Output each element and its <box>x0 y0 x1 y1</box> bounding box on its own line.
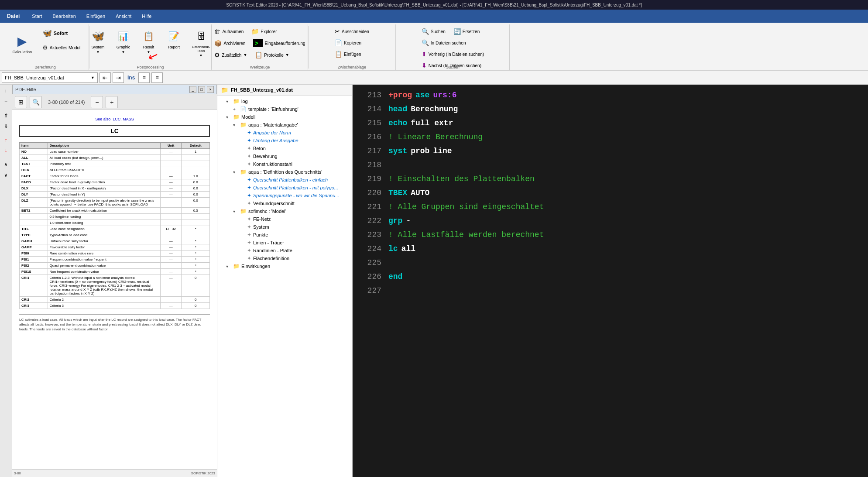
tree-item-template-einfuehrung[interactable]: + 📄 template : 'Einfuehrung' <box>217 105 352 113</box>
pdf-search-button[interactable]: 🔍 <box>30 96 42 108</box>
side-icon-chevron-up[interactable]: ∧ <box>1 160 11 169</box>
ersetzen-icon: 🔄 <box>453 28 461 35</box>
tree-item-angabe-der-norm[interactable]: ✦ Angabe der Norm <box>217 129 352 137</box>
tree-item-umfang-der-ausgabe[interactable]: ✦ Umfang der Ausgabe <box>217 137 352 144</box>
protokolle-button[interactable]: 📋 Protokolle ▼ <box>252 50 292 60</box>
result-button[interactable]: 📋 Result ▼ <box>137 26 161 56</box>
zusaetzlich-button[interactable]: ⚙ Zusätzlich ▼ <box>211 50 250 60</box>
code-editor[interactable]: 213+prog ase urs:6214head Berechnung215e… <box>353 85 868 477</box>
ersetzen-button[interactable]: 🔄 Ersetzen <box>450 26 483 37</box>
kopieren-button[interactable]: 📄 Kopieren <box>332 38 372 48</box>
explorer-button[interactable]: 📁 Explorer <box>248 26 280 37</box>
pdf-restore-button[interactable]: □ <box>198 86 205 93</box>
tree-item-konstruktionsstahl[interactable]: ✦ Konstruktionsstahl <box>217 160 352 168</box>
side-icon-indent-up[interactable]: ⇑ <box>1 111 11 120</box>
tree-item-flaechendefinition[interactable]: ✦ Flächendefinition <box>217 254 352 262</box>
indent-right-button[interactable]: ⇥ <box>113 72 124 83</box>
calculation-button[interactable]: ▶ Calculation <box>7 26 38 61</box>
aufraeumen-button[interactable]: 🗑 Aufräumen <box>211 26 247 37</box>
vorherig-button[interactable]: ⬆ Vorherig (In Dateien suchen) <box>419 49 487 59</box>
indent-left-button[interactable]: ⇤ <box>99 72 111 83</box>
tree-item-spannungspunkte[interactable]: ✦ Spannungspunkte - wo wir die Spannu... <box>217 192 352 199</box>
menu-datei[interactable]: Datei <box>0 10 27 23</box>
suchen-icon: 🔍 <box>422 28 429 35</box>
ausschneiden-button[interactable]: ✂ Ausschneiden <box>332 26 372 37</box>
menu-bearbeiten[interactable]: Bearbeiten <box>48 10 81 23</box>
pdf-zoom-out-button[interactable]: − <box>91 96 103 108</box>
pdf-cell-desc: 1.0 short-time loading <box>48 220 160 226</box>
tree-expand-icon: ▾ <box>226 99 231 104</box>
pdf-table-row: GAMU Unfavourable salty factor — * <box>20 238 210 244</box>
tree-file-icon: 📁 <box>240 122 247 128</box>
side-icon-plus-top[interactable]: + <box>1 86 11 96</box>
pdf-content[interactable]: See also: LCC, MASS LC Item Description … <box>12 110 217 469</box>
tree-item-sofimshc-model[interactable]: ▾ 📁 sofimshc : 'Model' <box>217 207 352 215</box>
pdf-cell-default: 1.0 <box>182 173 210 179</box>
side-icon-arrow-down[interactable]: ↓ <box>1 146 11 155</box>
graphic-button[interactable]: 📊 Graphic ▼ <box>111 26 136 56</box>
tree-item-beton[interactable]: ✦ Beton <box>217 144 352 152</box>
side-icon-chevron-down[interactable]: ∨ <box>1 170 11 180</box>
suchen-button[interactable]: 🔍 Suchen <box>419 26 449 37</box>
tree-item-log[interactable]: ▾ 📁 log <box>217 97 352 105</box>
ribbon: ↙ ▶ Calculation 🦋 Sofort ⚙ Aktuelles Mod… <box>0 23 868 71</box>
code-line-225: 225 <box>360 256 861 270</box>
align-right-button[interactable]: ≡ <box>151 72 163 83</box>
tree-header: 📁 FH_SBB_Unterzug_v01.dat <box>217 85 352 96</box>
pdf-zoom-in-button[interactable]: + <box>106 96 118 108</box>
aktuelles-modul-label: Aktuelles Modul <box>50 45 81 50</box>
system-button[interactable]: 🦋 System ▼ <box>86 26 110 56</box>
code-token: urs:6 <box>433 88 456 102</box>
tree-item-system[interactable]: ✦ System <box>217 223 352 231</box>
pdf-table-title: LC <box>19 125 210 137</box>
side-icon-indent-down[interactable]: ⇓ <box>1 121 11 131</box>
explorer-label: Explorer <box>261 29 277 34</box>
pdf-cell-desc: Factor for all loads <box>48 173 160 179</box>
side-icon-arrow-up[interactable]: ↑ <box>1 135 11 145</box>
tree-item-bewehrung[interactable]: ✦ Bewehrung <box>217 152 352 160</box>
tree-item-randlinien-platte[interactable]: ✦ Randlinien - Platte <box>217 247 352 254</box>
pdf-cell-unit: — <box>160 244 181 251</box>
eingabeaufforderung-button[interactable]: >_ Eingabeaufforderung <box>250 38 308 49</box>
tree-content[interactable]: ▾ 📁 log + 📄 template : 'Einfuehrung' ▾ 📁… <box>217 96 352 477</box>
file-dropdown[interactable]: FH_SBB_Unterzug_v01.dat ▼ <box>2 72 98 83</box>
report-button[interactable]: 📝 Report <box>162 26 186 51</box>
menu-einfuegen[interactable]: Einfügen <box>81 10 110 23</box>
pdf-cell-default: * <box>182 251 210 257</box>
menu-start[interactable]: Start <box>27 10 47 23</box>
align-left-button[interactable]: ≡ <box>138 72 150 83</box>
archivieren-button[interactable]: 📦 Archivieren <box>211 38 248 49</box>
vorherig-icon: ⬆ <box>422 51 427 58</box>
tree-item-einwirkungen[interactable]: ▾ 📁 Einwirkungen <box>217 262 352 270</box>
code-line-217: 217syst prob line <box>360 144 861 158</box>
tree-item-linien-traeger[interactable]: ✦ Linien - Träger <box>217 239 352 247</box>
in-dateien-suchen-button[interactable]: 🔍 In Dateien suchen <box>419 38 469 48</box>
tree-item-fe-netz[interactable]: ✦ FE-Netz <box>217 215 352 223</box>
eingabeaufforderung-label: Eingabeaufforderung <box>264 41 305 46</box>
pdf-cell-item: PSI1 <box>20 257 48 263</box>
tree-item-querschnitt-polygon[interactable]: ✦ Querschnitt Plattenbalken - mit polygo… <box>217 184 352 192</box>
tree-item-label: Verbundquerschnitt <box>253 201 295 206</box>
menu-ansicht[interactable]: Ansicht <box>110 10 137 23</box>
datenbank-tools-button[interactable]: 🗄 Datenbank-Tools ▼ <box>187 26 215 60</box>
tree-item-aqua-materialangabe[interactable]: ▾ 📁 aqua : 'Materialangabe' <box>217 121 352 129</box>
tree-item-verbundquerschnitt[interactable]: ✦ Verbundquerschnitt <box>217 199 352 207</box>
tree-item-querschnitt-einfach[interactable]: ✦ Querschnitt Plattenbalken - einfach <box>217 176 352 184</box>
aktuelles-modul-button[interactable]: ⚙ Aktuelles Modul <box>39 42 84 53</box>
tree-file-icon: 📁 <box>233 98 240 104</box>
pdf-layout-button[interactable]: ⊞ <box>15 96 27 108</box>
tree-item-modell[interactable]: ▾ 📁 Modell <box>217 113 352 121</box>
einfuegen-ribbon-button[interactable]: 📋 Einfügen <box>332 49 372 59</box>
pdf-cell-unit: — <box>160 263 181 269</box>
line-number: 218 <box>360 158 381 172</box>
sofort-button[interactable]: 🦋 Sofort <box>39 26 84 40</box>
tree-item-punkte[interactable]: ✦ Punkte <box>217 231 352 239</box>
line-number: 223 <box>360 228 381 242</box>
pdf-cell-unit: — <box>160 149 181 155</box>
side-icon-minus-top[interactable]: − <box>1 97 11 106</box>
menu-hilfe[interactable]: Hilfe <box>137 10 157 23</box>
pdf-minimize-button[interactable]: _ <box>189 86 196 93</box>
tree-file-icon: 📄 <box>240 106 247 112</box>
pdf-close-button[interactable]: × <box>207 86 214 93</box>
tree-item-aqua-querschnitt[interactable]: ▾ 📁 aqua : 'Definition des Querschnitts' <box>217 168 352 176</box>
